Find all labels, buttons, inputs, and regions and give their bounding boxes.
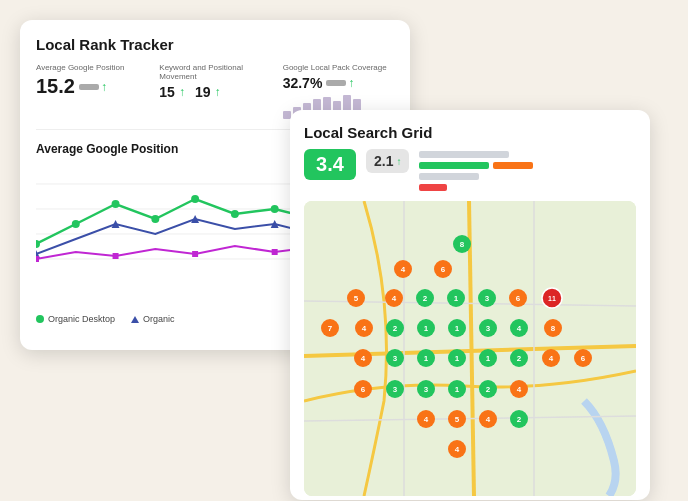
svg-text:4: 4: [362, 324, 367, 333]
svg-text:4: 4: [401, 265, 406, 274]
search-grid-title: Local Search Grid: [304, 124, 636, 141]
svg-point-9: [231, 210, 239, 218]
svg-text:1: 1: [486, 354, 491, 363]
keyword-val1: 15: [159, 84, 175, 100]
legend-bars: [419, 149, 636, 191]
svg-text:3: 3: [486, 324, 491, 333]
svg-rect-22: [272, 249, 278, 255]
svg-text:1: 1: [455, 354, 460, 363]
keyword-arrow2: ↑: [214, 85, 220, 99]
grid-header: 3.4 2.1 ↑: [304, 149, 636, 191]
svg-text:6: 6: [516, 294, 521, 303]
lbar-green: [419, 162, 489, 169]
legend-bar-row-1: [419, 151, 636, 158]
svg-text:1: 1: [424, 324, 429, 333]
svg-text:3: 3: [393, 354, 398, 363]
lbar-red: [419, 184, 447, 191]
rank-badge-gray: 2.1 ↑: [366, 149, 409, 173]
keyword-value-row: 15 ↑ 19 ↑: [159, 84, 270, 100]
svg-text:4: 4: [517, 385, 522, 394]
svg-text:4: 4: [361, 354, 366, 363]
svg-point-5: [72, 220, 80, 228]
legend-organic: Organic: [131, 314, 175, 324]
svg-text:5: 5: [354, 294, 359, 303]
avg-arrow-up: ↑: [101, 80, 107, 94]
lbar-gray-2: [419, 173, 479, 180]
svg-text:2: 2: [517, 415, 522, 424]
pack-trend-bar: [326, 80, 346, 86]
svg-text:5: 5: [455, 415, 460, 424]
map-svg: 8 4 6 5 4 2 1 3 6 11: [304, 201, 636, 496]
rank-badge-green: 3.4: [304, 149, 356, 180]
lbar-gray-1: [419, 151, 509, 158]
svg-text:8: 8: [460, 240, 465, 249]
legend-bar-row-3: [419, 173, 636, 180]
svg-text:8: 8: [551, 324, 556, 333]
svg-text:4: 4: [486, 415, 491, 424]
rank-tracker-title: Local Rank Tracker: [36, 36, 394, 53]
legend-bar-row-4: [419, 184, 636, 191]
svg-text:4: 4: [424, 415, 429, 424]
svg-point-10: [271, 205, 279, 213]
second-badge-arrow: ↑: [396, 156, 401, 167]
svg-text:1: 1: [454, 294, 459, 303]
svg-text:2: 2: [486, 385, 491, 394]
map-background: 8 4 6 5 4 2 1 3 6 11: [304, 201, 636, 496]
keyword-movement-metric: Keyword and Positional Movement 15 ↑ 19 …: [159, 63, 270, 119]
legend-dot-green: [36, 315, 44, 323]
second-badge-val: 2.1: [374, 153, 393, 169]
svg-text:1: 1: [455, 324, 460, 333]
legend-organic-desktop: Organic Desktop: [36, 314, 115, 324]
svg-text:4: 4: [517, 324, 522, 333]
svg-text:4: 4: [455, 445, 460, 454]
avg-trend: ↑: [79, 80, 107, 94]
map-area: 8 4 6 5 4 2 1 3 6 11: [304, 201, 636, 496]
local-pack-value: 32.7%: [283, 75, 323, 91]
avg-google-position-metric: Average Google Position 15.2 ↑: [36, 63, 147, 119]
svg-text:6: 6: [581, 354, 586, 363]
lbar-orange: [493, 162, 533, 169]
search-grid-card: Local Search Grid 3.4 2.1 ↑: [290, 110, 650, 500]
local-pack-value-row: 32.7% ↑: [283, 75, 394, 91]
local-pack-trend: ↑: [326, 76, 354, 90]
avg-value-row: 15.2 ↑: [36, 75, 147, 98]
svg-rect-19: [36, 256, 39, 262]
pack-arrow: ↑: [348, 76, 354, 90]
svg-text:2: 2: [517, 354, 522, 363]
keyword-arrow1: ↑: [179, 85, 185, 99]
svg-point-8: [191, 195, 199, 203]
legend-bar-row-2: [419, 162, 636, 169]
svg-text:11: 11: [548, 295, 556, 302]
svg-text:2: 2: [393, 324, 398, 333]
legend-label-organic: Organic: [143, 314, 175, 324]
svg-text:3: 3: [485, 294, 490, 303]
svg-text:1: 1: [424, 354, 429, 363]
avg-label: Average Google Position: [36, 63, 147, 72]
legend-tri-blue: [131, 316, 139, 323]
keyword-label: Keyword and Positional Movement: [159, 63, 270, 81]
svg-text:7: 7: [328, 324, 333, 333]
chart-legend: Organic Desktop Organic: [36, 314, 175, 324]
local-pack-label: Google Local Pack Coverage: [283, 63, 394, 72]
svg-point-6: [112, 200, 120, 208]
svg-text:3: 3: [393, 385, 398, 394]
svg-text:3: 3: [424, 385, 429, 394]
svg-text:6: 6: [361, 385, 366, 394]
svg-text:1: 1: [455, 385, 460, 394]
avg-value: 15.2: [36, 75, 75, 98]
svg-text:4: 4: [549, 354, 554, 363]
svg-rect-21: [192, 251, 198, 257]
keyword-val2: 19: [195, 84, 211, 100]
svg-text:2: 2: [423, 294, 428, 303]
svg-text:4: 4: [392, 294, 397, 303]
legend-label-organic-desktop: Organic Desktop: [48, 314, 115, 324]
svg-text:6: 6: [441, 265, 446, 274]
trend-bar: [79, 84, 99, 90]
svg-rect-20: [113, 253, 119, 259]
svg-point-7: [151, 215, 159, 223]
